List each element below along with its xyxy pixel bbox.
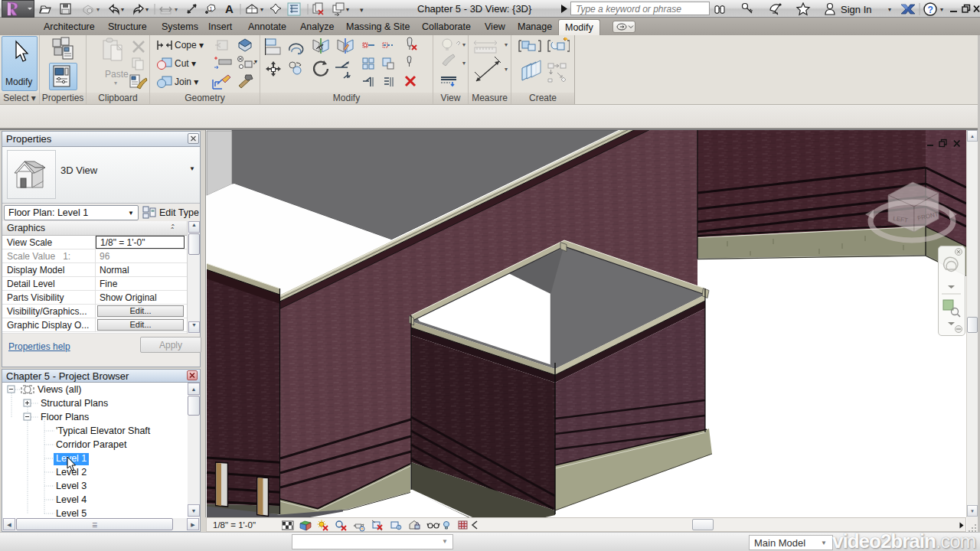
svg-text:Sign In: Sign In	[841, 4, 871, 15]
svg-text:▾: ▾	[96, 6, 100, 13]
svg-text:A: A	[225, 2, 234, 15]
svg-text:▾: ▾	[360, 6, 364, 14]
svg-text:▾: ▾	[260, 6, 263, 13]
svg-text:▾: ▾	[145, 6, 149, 13]
svg-text:▾: ▾	[121, 6, 124, 13]
svg-text:?: ?	[928, 5, 933, 15]
svg-text:▾: ▾	[888, 6, 891, 13]
svg-text:▾: ▾	[940, 6, 943, 13]
svg-text:1: 1	[210, 6, 213, 11]
svg-text:▾: ▾	[346, 6, 349, 13]
svg-text:▾: ▾	[175, 6, 178, 13]
